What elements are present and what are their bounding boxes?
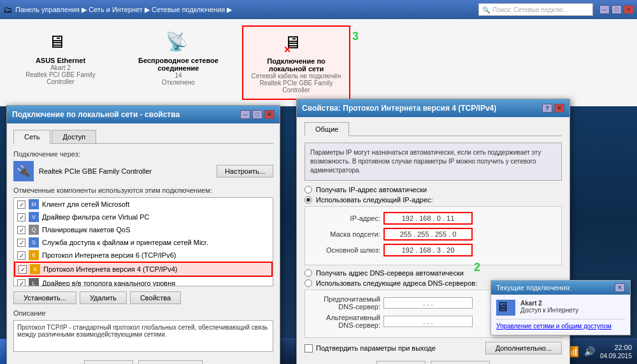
date: 04.09.2015	[600, 352, 632, 360]
comp-item-4[interactable]: ✓ 6 Протокол Интернета версия 6 (TCP/IPv…	[14, 249, 273, 262]
comp-check-0[interactable]: ✓	[17, 200, 25, 209]
gateway-row: Основной шлюз: 192 . 168 . 3 . 20	[310, 244, 556, 256]
tab-access[interactable]: Доступ	[52, 130, 96, 143]
adapter-row: 🔌 Realtek PCIe GBE Family Controller Нас…	[13, 161, 273, 181]
comp-label-4: Протокол Интернета версия 6 (TCP/IPv6)	[42, 251, 176, 259]
network-card-icon: 🔌	[17, 164, 31, 178]
tcp-tab-general[interactable]: Общие	[304, 122, 349, 136]
close-button[interactable]: ✕	[624, 5, 634, 14]
tcp-cancel-button[interactable]: Отм...	[431, 361, 489, 364]
auto-dns-label: Получать адрес DNS-сервера автоматически	[316, 269, 464, 277]
search-box[interactable]: 🔍 Поиск: Сетевые подклю...	[478, 3, 593, 16]
comp-item-0[interactable]: ✓ M Клиент для сетей Microsoft	[14, 198, 273, 211]
tcp-ok-button[interactable]: ОК	[376, 361, 426, 364]
notif-conn-icon: 🖥	[496, 300, 515, 316]
pref-dns-label: Предпочитаемый DNS-сервер:	[310, 295, 380, 311]
auto-ip-radio[interactable]	[304, 186, 312, 193]
comp-item-1[interactable]: ✓ V Драйвер фильтра сети Virtual PC	[14, 211, 273, 223]
auto-ip-label: Получать IP-адрес автоматически	[316, 186, 427, 193]
connections-area: 🖥 ASUS Ethernet Akart 2 Realtek PCI GBE …	[0, 19, 637, 106]
ip-address-row: IP-адрес: 192 . 168 . 0 . 11	[310, 212, 556, 225]
tcp-dialog-title: Свойства: Протокол Интернета версия 4 (T…	[302, 104, 496, 113]
comp-check-5[interactable]: ✓	[18, 265, 27, 274]
alt-dns-input[interactable]: . . .	[383, 316, 473, 327]
folder-icon: 🗂	[3, 4, 12, 15]
connection-item-asus[interactable]: 🖥 ASUS Ethernet Akart 2 Realtek PCI GBE …	[6, 25, 115, 91]
volume-icon[interactable]: 🔊	[584, 346, 595, 356]
comp-item-5[interactable]: ✓ 4 Протокол Интернета версия 4 (TCP/IPv…	[14, 262, 273, 277]
comp-icon-3: S	[29, 237, 39, 248]
component-list: ✓ M Клиент для сетей Microsoft ✓ V Драйв…	[13, 197, 273, 286]
auto-dns-radio[interactable]	[304, 269, 312, 277]
comp-check-3[interactable]: ✓	[17, 239, 25, 247]
local-dialog-close[interactable]: ✕	[264, 110, 275, 119]
confirm-label: Подтвердить параметры при выходе	[316, 344, 436, 352]
wireless-conn-name: Беспроводное сетевое соединение	[130, 57, 227, 72]
comp-icon-5: 4	[30, 264, 40, 274]
search-placeholder: Поиск: Сетевые подклю...	[492, 6, 568, 13]
subnet-mask-row: Маска подсети: 255 . 255 . 255 . 0	[310, 228, 556, 241]
comp-item-3[interactable]: ✓ S Служба доступа к файлам и принтерам …	[14, 236, 273, 249]
tcp-close-button[interactable]: ✕	[554, 104, 564, 113]
comp-check-4[interactable]: ✓	[17, 251, 25, 260]
notif-manage-link[interactable]: Управление сетями и общим доступом	[496, 323, 625, 330]
properties-button[interactable]: Свойства	[130, 291, 181, 304]
auto-dns-row: Получать адрес DNS-сервера автоматически	[304, 269, 562, 277]
notif-conn-name: Akart 2	[520, 300, 578, 307]
connection-item-local[interactable]: 🖥 ✕ Подключение по локальной сети Сетево…	[242, 25, 350, 100]
manual-ip-radio[interactable]	[304, 196, 312, 204]
search-icon: 🔍	[482, 6, 490, 13]
local-dialog-minimize[interactable]: ─	[240, 110, 250, 119]
bottom-buttons: Установить... Удалить Свойства	[13, 291, 273, 304]
time-display: 22:00 04.09.2015	[600, 343, 632, 360]
notif-text-block: Akart 2 Доступ к Интернету	[520, 300, 578, 314]
subnet-mask-input[interactable]: 255 . 255 . 255 . 0	[383, 228, 473, 241]
adapter-name: Realtek PCIe GBE Family Controller	[39, 167, 152, 175]
comp-item-2[interactable]: ✓ Q Планировщик пакетов QoS	[14, 223, 273, 236]
notif-separator	[496, 319, 625, 319]
comp-item-6[interactable]: ✓ L Драйвер в/в тополога канального уров…	[14, 277, 273, 286]
advanced-button[interactable]: Дополнительно...	[485, 342, 562, 354]
asus-conn-icon: 🖥	[48, 31, 73, 53]
manual-dns-radio[interactable]	[304, 279, 312, 287]
wireless-conn-sub2: Отключено	[162, 79, 195, 86]
local-conn-sub2: Realtek PCIe GBE Family Controller	[248, 80, 344, 94]
clock: 22:00	[600, 343, 632, 352]
components-label: Отмеченные компоненты используются этим …	[13, 186, 273, 194]
comp-icon-2: Q	[29, 225, 39, 235]
manual-ip-label: Использовать следующий IP-адрес:	[316, 196, 433, 204]
manual-ip-row: Использовать следующий IP-адрес:	[304, 196, 562, 204]
comp-check-1[interactable]: ✓	[17, 213, 25, 221]
pref-dns-input[interactable]: . . .	[383, 297, 473, 309]
tcp-question-button[interactable]: ?	[542, 104, 552, 113]
maximize-button[interactable]: □	[612, 5, 622, 14]
ip-address-input[interactable]: 192 . 168 . 0 . 11	[383, 212, 473, 225]
breadcrumb: Панель управления ▶ Сеть и Интернет ▶ Се…	[15, 6, 232, 14]
local-dialog-maximize[interactable]: □	[252, 110, 262, 119]
comp-icon-1: V	[29, 212, 39, 222]
comp-check-6[interactable]: ✓	[17, 279, 25, 287]
confirm-checkbox[interactable]	[304, 344, 313, 353]
comp-check-2[interactable]: ✓	[17, 226, 25, 234]
connect-via-label: Подключение через:	[13, 150, 273, 158]
ok-button[interactable]: ОК	[84, 360, 133, 364]
comp-icon-0: M	[29, 199, 39, 209]
subnet-mask-label: Маска подсети:	[310, 230, 380, 238]
dialog-tabs: Сеть Доступ	[13, 130, 273, 144]
minimize-button[interactable]: ─	[599, 5, 610, 14]
tcp-dialog-titlebar: Свойства: Протокол Интернета версия 4 (T…	[297, 99, 569, 117]
tcp-dialog-icons: ? ✕	[542, 104, 564, 113]
tcp-description: Параметры IP могут назначаться автоматич…	[310, 149, 541, 174]
configure-button[interactable]: Настроить...	[217, 165, 273, 178]
uninstall-button[interactable]: Удалить	[80, 291, 127, 304]
comp-label-0: Клиент для сетей Microsoft	[42, 200, 129, 208]
connection-item-wireless[interactable]: 📡 Беспроводное сетевое соединение 14 Отк…	[124, 25, 233, 92]
cancel-button[interactable]: Отмена	[138, 360, 203, 364]
description-box: Протокол TCP/IP - стандартный протокол г…	[13, 320, 273, 352]
ok-cancel-row: ОК Отмена	[13, 357, 273, 364]
gateway-input[interactable]: 192 . 168 . 3 . 20	[383, 244, 473, 256]
notif-close-button[interactable]: ✕	[615, 283, 625, 292]
tab-network[interactable]: Сеть	[13, 130, 50, 144]
local-conn-dialog: Подключение по локальной сети - свойства…	[6, 105, 280, 364]
install-button[interactable]: Установить...	[13, 291, 76, 304]
